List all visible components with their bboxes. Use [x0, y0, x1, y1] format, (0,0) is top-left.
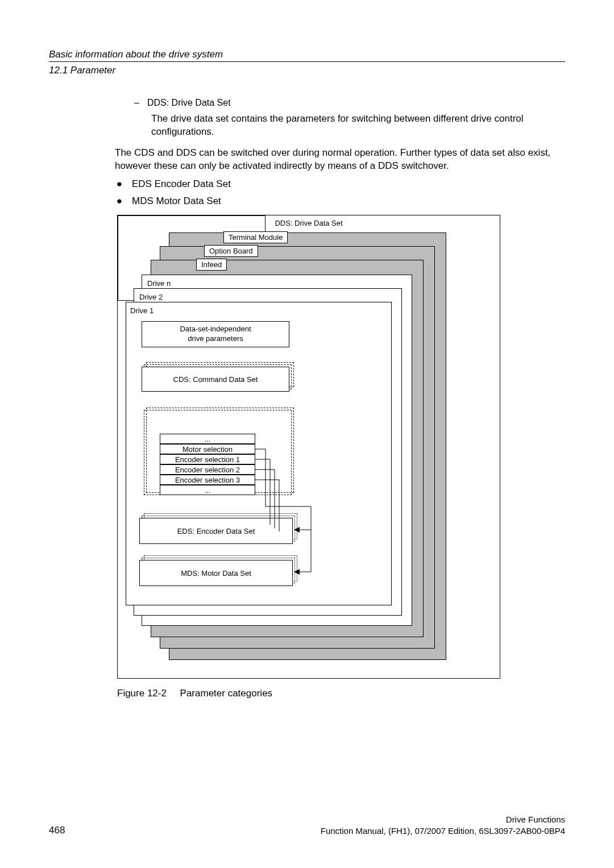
- figure-caption: Figure 12-2 Parameter categories: [117, 688, 272, 699]
- bullet-icon: ●: [115, 178, 124, 190]
- box-eds: EDS: Encoder Data Set: [139, 518, 293, 544]
- figure-number: Figure 12-2: [117, 688, 167, 699]
- box-cds: CDS: Command Data Set: [142, 367, 289, 392]
- arrowhead-eds-icon: [294, 527, 300, 533]
- dash-icon: –: [134, 98, 139, 108]
- dds-row-encoder-1: Encoder selection 1: [160, 454, 255, 464]
- switch-paragraph: The CDS and DDS can be switched over dur…: [115, 147, 565, 173]
- dds-row-ellipsis-bottom: ...: [160, 485, 255, 495]
- dds-list-item: – DDS: Drive Data Set: [134, 98, 565, 108]
- dds-row-encoder-2: Encoder selection 2: [160, 464, 255, 475]
- eds-bullet-text: EDS Encoder Data Set: [132, 178, 231, 190]
- dds-row-motor-selection: Motor selection: [160, 444, 255, 454]
- figure-diagram: Terminal Module Option Board Infeed Driv…: [117, 215, 500, 679]
- box-mds: MDS: Motor Data Set: [139, 560, 293, 586]
- footer-right: Drive Functions Function Manual, (FH1), …: [321, 814, 565, 836]
- body-content: – DDS: Drive Data Set The drive data set…: [131, 98, 565, 213]
- mds-bullet-text: MDS Motor Data Set: [132, 196, 221, 207]
- mds-bullet: ● MDS Motor Data Set: [115, 196, 565, 207]
- label-drive-2: Drive 2: [139, 293, 163, 301]
- page-number: 468: [49, 825, 65, 836]
- label-drive-1: Drive 1: [130, 306, 154, 315]
- eds-bullet: ● EDS Encoder Data Set: [115, 178, 565, 190]
- footer-line-1: Drive Functions: [321, 814, 565, 825]
- header-divider: [49, 61, 565, 62]
- footer-line-2: Function Manual, (FH1), 07/2007 Edition,…: [321, 825, 565, 837]
- dds-row-ellipsis-top: ...: [160, 434, 255, 444]
- tab-option-board: Option Board: [204, 245, 258, 257]
- indep-line-1: Data-set-independent: [180, 325, 251, 334]
- indep-line-2: drive parameters: [188, 334, 243, 344]
- dds-label: DDS: Drive Data Set: [147, 98, 231, 108]
- figure-caption-text: Parameter categories: [180, 688, 273, 699]
- tab-infeed: Infeed: [196, 259, 227, 271]
- section-title: 12.1 Parameter: [49, 65, 115, 76]
- tab-terminal-module: Terminal Module: [223, 231, 288, 243]
- arrowhead-mds-icon: [294, 569, 300, 575]
- dds-title: DDS: Drive Data Set: [118, 219, 500, 227]
- bullet-icon: ●: [115, 196, 124, 207]
- box-independent-params: Data-set-independent drive parameters: [142, 321, 289, 347]
- label-drive-n: Drive n: [147, 279, 171, 288]
- dds-row-encoder-3: Encoder selection 3: [160, 475, 255, 485]
- chapter-title: Basic information about the drive system: [49, 49, 223, 60]
- dds-description: The drive data set contains the paramete…: [151, 113, 565, 139]
